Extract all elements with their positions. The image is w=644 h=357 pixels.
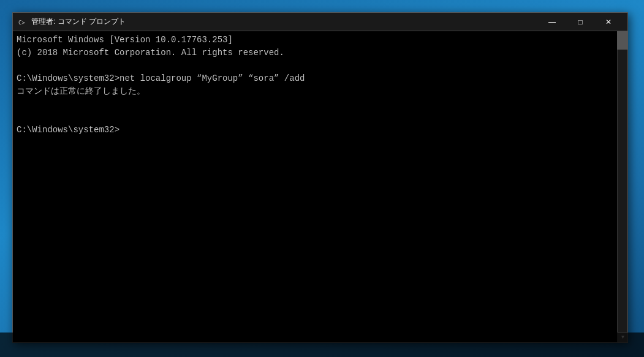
svg-text:C>: C> xyxy=(18,20,25,26)
taskbar xyxy=(0,333,644,357)
window-title: 管理者: コマンド プロンプト xyxy=(31,17,538,27)
terminal-line-4: C:\Windows\system32>net localgroup “MyGr… xyxy=(17,73,305,83)
titlebar: C> 管理者: コマンド プロンプト — □ ✕ xyxy=(13,13,627,31)
terminal-line-1: Microsoft Windows [Version 10.0.17763.25… xyxy=(17,35,233,45)
scrollbar-track[interactable]: ▲ ▼ xyxy=(617,31,627,342)
maximize-button[interactable]: □ xyxy=(566,13,594,31)
terminal-line-2: (c) 2018 Microsoft Corporation. All righ… xyxy=(17,48,284,58)
terminal-output: Microsoft Windows [Version 10.0.17763.25… xyxy=(13,31,627,342)
terminal-body[interactable]: Microsoft Windows [Version 10.0.17763.25… xyxy=(13,31,627,342)
cmd-icon: C> xyxy=(18,17,28,27)
cmd-window: C> 管理者: コマンド プロンプト — □ ✕ Microsoft Windo… xyxy=(12,12,628,343)
terminal-line-8: C:\Windows\system32> xyxy=(17,125,119,135)
close-button[interactable]: ✕ xyxy=(594,13,623,31)
scrollbar-thumb[interactable] xyxy=(617,31,627,50)
minimize-button[interactable]: — xyxy=(538,13,566,31)
window-controls: — □ ✕ xyxy=(538,13,623,31)
terminal-line-5: コマンドは正常に終了しました。 xyxy=(17,86,145,96)
